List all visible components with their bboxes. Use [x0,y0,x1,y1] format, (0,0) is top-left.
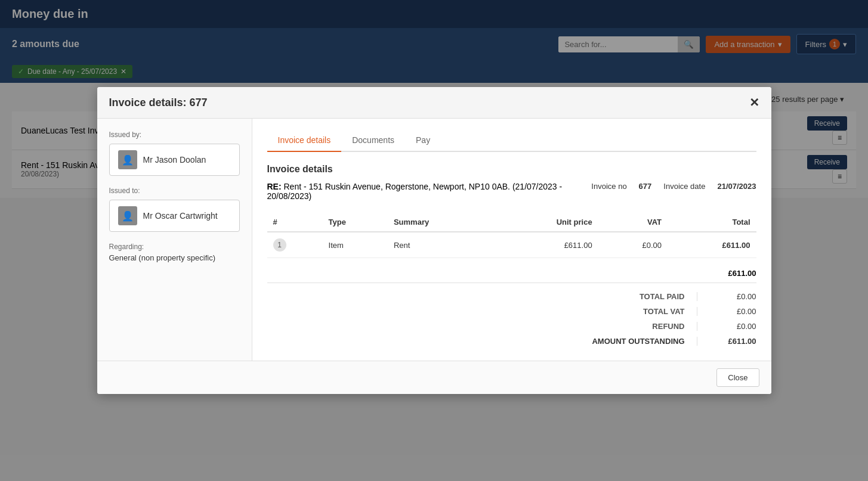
modal-close-button[interactable]: ✕ [749,95,759,110]
issued-by-avatar: 👤 [118,150,137,169]
modal-main: Invoice details Documents Pay Invoice de… [252,119,771,198]
modal-body: Issued by: 👤 Mr Jason Doolan Issued to: … [97,119,771,198]
modal-sidebar: Issued by: 👤 Mr Jason Doolan Issued to: … [97,119,252,198]
invoice-no-value: 677 [639,182,652,191]
invoice-section-title: Invoice details [267,164,756,175]
modal-tabs: Invoice details Documents Pay [267,131,756,152]
invoice-date-value: 21/07/2023 [717,182,756,191]
tab-pay[interactable]: Pay [405,131,441,151]
issued-to-label: Issued to: [109,187,240,195]
tab-documents[interactable]: Documents [341,131,405,151]
invoice-meta-right: Invoice no 677 Invoice date 21/07/2023 [591,182,756,191]
re-label: RE: [267,182,284,191]
invoice-details-section: Invoice details RE: Rent - 151 Ruskin Av… [267,164,756,198]
invoice-date-label: Invoice date [663,182,705,191]
issued-by-label: Issued by: [109,131,240,139]
invoice-re: RE: Rent - 151 Ruskin Avenue, Rogerstone… [267,182,592,198]
modal-header: Invoice details: 677 ✕ [97,87,771,119]
invoice-no-label: Invoice no [591,182,626,191]
invoice-modal: Invoice details: 677 ✕ Issued by: 👤 Mr J… [97,87,771,198]
modal-overlay: Invoice details: 677 ✕ Issued by: 👤 Mr J… [0,0,868,198]
modal-title: Invoice details: 677 [109,97,208,109]
issued-by-card: 👤 Mr Jason Doolan [109,144,240,176]
tab-invoice-details[interactable]: Invoice details [267,131,342,152]
issued-by-name: Mr Jason Doolan [143,155,206,165]
invoice-meta: RE: Rent - 151 Ruskin Avenue, Rogerstone… [267,182,756,198]
re-value: Rent - 151 Ruskin Avenue, Rogerstone, Ne… [267,182,563,198]
